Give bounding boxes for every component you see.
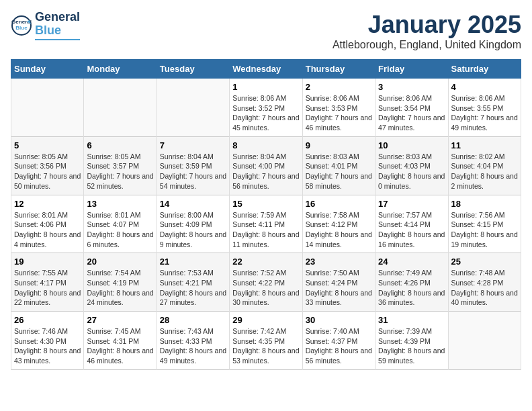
day-info: Sunrise: 7:56 AM Sunset: 4:15 PM Dayligh… <box>451 210 518 250</box>
calendar-cell: 20Sunrise: 7:54 AM Sunset: 4:19 PM Dayli… <box>84 253 157 312</box>
calendar-week-row: 5Sunrise: 8:05 AM Sunset: 3:56 PM Daylig… <box>11 136 521 195</box>
day-info: Sunrise: 7:53 AM Sunset: 4:21 PM Dayligh… <box>160 268 226 308</box>
day-info: Sunrise: 7:50 AM Sunset: 4:24 PM Dayligh… <box>306 268 372 308</box>
day-info: Sunrise: 7:59 AM Sunset: 4:11 PM Dayligh… <box>232 210 299 250</box>
page-header: General Blue General Blue January 2025 A… <box>11 11 521 51</box>
day-info: Sunrise: 8:00 AM Sunset: 4:09 PM Dayligh… <box>160 210 226 250</box>
day-number: 22 <box>232 257 299 267</box>
calendar-cell: 15Sunrise: 7:59 AM Sunset: 4:11 PM Dayli… <box>230 195 302 253</box>
day-number: 15 <box>232 199 299 209</box>
day-number: 3 <box>378 82 445 92</box>
weekday-header-wednesday: Wednesday <box>230 60 302 79</box>
weekday-header-row: SundayMondayTuesdayWednesdayThursdayFrid… <box>11 60 521 79</box>
calendar-cell: 26Sunrise: 7:46 AM Sunset: 4:30 PM Dayli… <box>11 312 84 370</box>
day-info: Sunrise: 7:48 AM Sunset: 4:28 PM Dayligh… <box>451 268 518 308</box>
day-number: 4 <box>451 82 518 92</box>
calendar-week-row: 1Sunrise: 8:06 AM Sunset: 3:52 PM Daylig… <box>11 79 521 137</box>
day-number: 12 <box>14 199 81 209</box>
calendar-cell: 28Sunrise: 7:43 AM Sunset: 4:33 PM Dayli… <box>157 312 229 370</box>
calendar-week-row: 26Sunrise: 7:46 AM Sunset: 4:30 PM Dayli… <box>11 312 521 370</box>
calendar-cell <box>11 79 84 137</box>
day-number: 6 <box>87 140 153 150</box>
day-number: 1 <box>232 82 299 92</box>
calendar-cell: 13Sunrise: 8:01 AM Sunset: 4:07 PM Dayli… <box>84 195 157 253</box>
day-number: 7 <box>160 140 226 150</box>
day-number: 27 <box>87 315 153 325</box>
day-info: Sunrise: 7:40 AM Sunset: 4:37 PM Dayligh… <box>306 326 372 366</box>
weekday-header-friday: Friday <box>375 60 448 79</box>
logo-underline <box>35 39 80 40</box>
calendar-cell: 30Sunrise: 7:40 AM Sunset: 4:37 PM Dayli… <box>302 312 375 370</box>
day-info: Sunrise: 8:04 AM Sunset: 3:59 PM Dayligh… <box>160 152 226 191</box>
day-info: Sunrise: 8:01 AM Sunset: 4:06 PM Dayligh… <box>14 210 81 250</box>
calendar-week-row: 12Sunrise: 8:01 AM Sunset: 4:06 PM Dayli… <box>11 195 521 253</box>
calendar-cell: 17Sunrise: 7:57 AM Sunset: 4:14 PM Dayli… <box>375 195 448 253</box>
day-number: 9 <box>306 140 372 150</box>
calendar-cell: 14Sunrise: 8:00 AM Sunset: 4:09 PM Dayli… <box>157 195 229 253</box>
day-number: 11 <box>451 140 518 150</box>
day-number: 29 <box>232 315 299 325</box>
day-number: 31 <box>378 315 445 325</box>
day-number: 26 <box>14 315 81 325</box>
logo-text-general: General <box>35 11 80 24</box>
calendar-cell <box>84 79 157 137</box>
day-info: Sunrise: 8:03 AM Sunset: 4:03 PM Dayligh… <box>378 152 445 191</box>
day-info: Sunrise: 7:49 AM Sunset: 4:26 PM Dayligh… <box>378 268 445 308</box>
calendar-cell: 7Sunrise: 8:04 AM Sunset: 3:59 PM Daylig… <box>157 136 229 195</box>
day-number: 19 <box>14 257 81 267</box>
day-number: 2 <box>306 82 372 92</box>
day-info: Sunrise: 7:58 AM Sunset: 4:12 PM Dayligh… <box>306 210 372 250</box>
day-number: 24 <box>378 257 445 267</box>
calendar-cell: 9Sunrise: 8:03 AM Sunset: 4:01 PM Daylig… <box>302 136 375 195</box>
calendar-cell: 21Sunrise: 7:53 AM Sunset: 4:21 PM Dayli… <box>157 253 229 312</box>
day-info: Sunrise: 7:42 AM Sunset: 4:35 PM Dayligh… <box>232 326 299 366</box>
calendar-week-row: 19Sunrise: 7:55 AM Sunset: 4:17 PM Dayli… <box>11 253 521 312</box>
calendar-cell: 18Sunrise: 7:56 AM Sunset: 4:15 PM Dayli… <box>448 195 521 253</box>
day-number: 16 <box>306 199 372 209</box>
day-number: 13 <box>87 199 153 209</box>
day-number: 10 <box>378 140 445 150</box>
logo: General Blue General Blue <box>11 11 80 40</box>
calendar-cell: 19Sunrise: 7:55 AM Sunset: 4:17 PM Dayli… <box>11 253 84 312</box>
day-number: 21 <box>160 257 226 267</box>
calendar-cell: 1Sunrise: 8:06 AM Sunset: 3:52 PM Daylig… <box>230 79 302 137</box>
day-info: Sunrise: 8:06 AM Sunset: 3:53 PM Dayligh… <box>306 93 372 133</box>
day-number: 17 <box>378 199 445 209</box>
day-info: Sunrise: 7:43 AM Sunset: 4:33 PM Dayligh… <box>160 326 226 366</box>
calendar-cell <box>157 79 229 137</box>
calendar-cell: 23Sunrise: 7:50 AM Sunset: 4:24 PM Dayli… <box>302 253 375 312</box>
day-number: 18 <box>451 199 518 209</box>
day-info: Sunrise: 8:01 AM Sunset: 4:07 PM Dayligh… <box>87 210 153 250</box>
weekday-header-thursday: Thursday <box>302 60 375 79</box>
day-number: 5 <box>14 140 81 150</box>
day-info: Sunrise: 8:06 AM Sunset: 3:52 PM Dayligh… <box>232 93 299 133</box>
day-info: Sunrise: 7:57 AM Sunset: 4:14 PM Dayligh… <box>378 210 445 250</box>
calendar-table: SundayMondayTuesdayWednesdayThursdayFrid… <box>11 59 521 370</box>
day-info: Sunrise: 8:05 AM Sunset: 3:56 PM Dayligh… <box>14 152 81 191</box>
day-number: 8 <box>232 140 299 150</box>
calendar-cell: 4Sunrise: 8:06 AM Sunset: 3:55 PM Daylig… <box>448 79 521 137</box>
day-info: Sunrise: 7:39 AM Sunset: 4:39 PM Dayligh… <box>378 326 445 366</box>
calendar-cell: 29Sunrise: 7:42 AM Sunset: 4:35 PM Dayli… <box>230 312 302 370</box>
day-info: Sunrise: 8:02 AM Sunset: 4:04 PM Dayligh… <box>451 152 518 191</box>
calendar-cell: 25Sunrise: 7:48 AM Sunset: 4:28 PM Dayli… <box>448 253 521 312</box>
calendar-cell: 31Sunrise: 7:39 AM Sunset: 4:39 PM Dayli… <box>375 312 448 370</box>
day-number: 25 <box>451 257 518 267</box>
weekday-header-tuesday: Tuesday <box>157 60 229 79</box>
calendar-cell: 27Sunrise: 7:45 AM Sunset: 4:31 PM Dayli… <box>84 312 157 370</box>
calendar-cell: 22Sunrise: 7:52 AM Sunset: 4:22 PM Dayli… <box>230 253 302 312</box>
calendar-cell: 11Sunrise: 8:02 AM Sunset: 4:04 PM Dayli… <box>448 136 521 195</box>
calendar-cell: 24Sunrise: 7:49 AM Sunset: 4:26 PM Dayli… <box>375 253 448 312</box>
calendar-cell: 8Sunrise: 8:04 AM Sunset: 4:00 PM Daylig… <box>230 136 302 195</box>
calendar-cell: 6Sunrise: 8:05 AM Sunset: 3:57 PM Daylig… <box>84 136 157 195</box>
day-number: 23 <box>306 257 372 267</box>
calendar-cell <box>448 312 521 370</box>
day-info: Sunrise: 7:52 AM Sunset: 4:22 PM Dayligh… <box>232 268 299 308</box>
day-info: Sunrise: 8:06 AM Sunset: 3:55 PM Dayligh… <box>451 93 518 133</box>
day-number: 28 <box>160 315 226 325</box>
weekday-header-saturday: Saturday <box>448 60 521 79</box>
calendar-cell: 12Sunrise: 8:01 AM Sunset: 4:06 PM Dayli… <box>11 195 84 253</box>
logo-icon: General Blue <box>11 15 32 36</box>
calendar-cell: 16Sunrise: 7:58 AM Sunset: 4:12 PM Dayli… <box>302 195 375 253</box>
day-info: Sunrise: 8:04 AM Sunset: 4:00 PM Dayligh… <box>232 152 299 191</box>
